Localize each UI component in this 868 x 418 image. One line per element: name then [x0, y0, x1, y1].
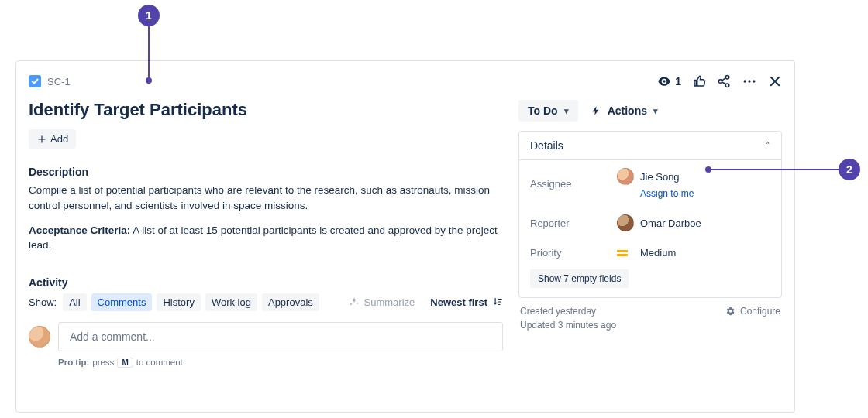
show-empty-fields-button[interactable]: Show 7 empty fields — [530, 269, 629, 288]
details-panel: Details ˄ Assignee Jie Song Assign to me… — [518, 131, 782, 298]
issue-main: Identify Target Participants Add Descrip… — [29, 100, 503, 368]
field-reporter[interactable]: Reporter Omar Darboe — [519, 207, 781, 239]
show-label: Show: — [29, 296, 57, 308]
watch-count: 1 — [675, 75, 681, 87]
tab-history[interactable]: History — [157, 293, 200, 311]
details-header[interactable]: Details ˄ — [519, 132, 781, 160]
protip-prefix: Pro tip: — [58, 358, 89, 367]
share-button[interactable] — [717, 74, 731, 88]
protip-press: press — [92, 358, 114, 367]
actions-dropdown[interactable]: Actions ▾ — [587, 100, 661, 122]
breadcrumb[interactable]: SC-1 — [29, 75, 71, 87]
issue-modal: SC-1 1 Identify Target Participants — [16, 60, 795, 413]
reporter-label: Reporter — [530, 218, 608, 229]
issue-sidebar: To Do ▾ Actions ▾ Details ˄ Assignee — [518, 100, 782, 368]
annotation-marker-2: 2 — [839, 159, 860, 180]
plus-icon — [36, 134, 47, 145]
annotation-marker-1: 1 — [138, 5, 160, 26]
tab-worklog[interactable]: Work log — [205, 293, 257, 311]
close-button[interactable] — [768, 74, 782, 88]
task-type-icon — [29, 75, 41, 87]
top-bar: SC-1 1 — [29, 74, 782, 89]
tab-all[interactable]: All — [63, 293, 86, 311]
chevron-down-icon: ▾ — [564, 106, 569, 116]
bolt-icon — [591, 105, 601, 116]
field-assignee[interactable]: Assignee Jie Song Assign to me — [519, 160, 781, 207]
issue-key[interactable]: SC-1 — [47, 76, 71, 87]
svg-point-2 — [753, 80, 755, 82]
status-dropdown[interactable]: To Do ▾ — [518, 100, 578, 122]
assign-to-me-link[interactable]: Assign to me — [640, 188, 694, 199]
more-button[interactable] — [742, 74, 757, 89]
gear-icon — [725, 306, 735, 317]
description-heading: Description — [29, 166, 503, 178]
like-button[interactable] — [692, 74, 706, 88]
configure-label: Configure — [740, 306, 780, 317]
sort-button[interactable]: Newest first — [430, 296, 503, 308]
updated-date: Updated 3 minutes ago — [520, 320, 616, 331]
activity-controls: Show: All Comments History Work log Appr… — [29, 293, 503, 311]
priority-medium-icon — [617, 248, 628, 258]
assignee-name: Jie Song — [640, 171, 680, 183]
reporter-name: Omar Darboe — [640, 218, 701, 229]
add-label: Add — [50, 133, 68, 145]
annotation-dot-1 — [146, 77, 152, 84]
activity-heading: Activity — [29, 276, 503, 289]
comment-input[interactable]: Add a comment... — [58, 322, 503, 351]
chevron-up-icon: ˄ — [766, 141, 770, 151]
reporter-avatar — [617, 214, 634, 231]
watch-button[interactable]: 1 — [656, 74, 681, 89]
protip-suffix: to comment — [136, 358, 183, 367]
issue-title[interactable]: Identify Target Participants — [29, 100, 503, 120]
activity-tabs: Show: All Comments History Work log Appr… — [29, 293, 319, 311]
tab-comments[interactable]: Comments — [91, 293, 153, 311]
description-body[interactable]: Compile a list of potential participants… — [29, 183, 503, 213]
sparkle-icon — [349, 296, 360, 307]
tab-approvals[interactable]: Approvals — [262, 293, 319, 311]
current-user-avatar — [29, 326, 50, 348]
field-priority[interactable]: Priority Medium — [519, 239, 781, 266]
priority-value: Medium — [640, 247, 676, 259]
annotation-leader-1 — [148, 26, 150, 77]
summarize-button[interactable]: Summarize — [349, 296, 415, 308]
issue-meta: Created yesterday Updated 3 minutes ago … — [518, 306, 782, 331]
annotation-leader-2 — [711, 169, 839, 170]
close-icon — [768, 74, 782, 88]
actions-label: Actions — [608, 104, 647, 117]
comment-composer: Add a comment... — [29, 322, 503, 351]
assignee-label: Assignee — [530, 178, 608, 190]
protip-key: M — [117, 358, 133, 368]
window-controls: 1 — [656, 74, 782, 89]
details-heading: Details — [530, 139, 563, 152]
created-date: Created yesterday — [520, 306, 616, 317]
thumbs-up-icon — [692, 74, 706, 88]
eye-icon — [656, 74, 672, 89]
summarize-label: Summarize — [364, 296, 415, 308]
assignee-avatar — [617, 168, 634, 185]
svg-point-1 — [748, 80, 750, 82]
add-button[interactable]: Add — [29, 129, 76, 149]
annotation-dot-2 — [705, 166, 711, 173]
more-icon — [742, 74, 757, 89]
chevron-down-icon: ▾ — [653, 106, 658, 116]
sort-label: Newest first — [430, 296, 487, 308]
sort-desc-icon — [492, 296, 503, 307]
criteria-label: Acceptance Criteria: — [29, 224, 130, 236]
status-label: To Do — [528, 104, 558, 117]
configure-button[interactable]: Configure — [725, 306, 780, 317]
share-icon — [717, 74, 731, 88]
priority-label: Priority — [530, 247, 608, 259]
svg-point-0 — [744, 80, 746, 82]
pro-tip: Pro tip: press M to comment — [58, 358, 503, 368]
